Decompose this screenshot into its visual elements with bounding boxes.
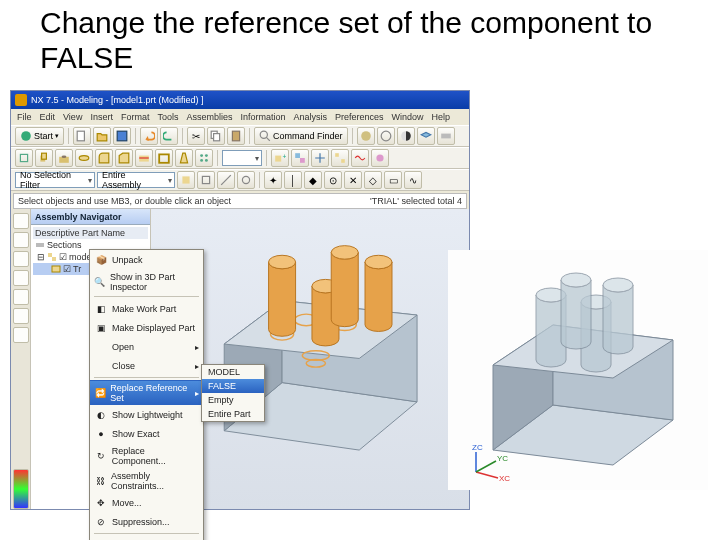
menu-preferences[interactable]: Preferences bbox=[335, 112, 384, 122]
svg-rect-27 bbox=[300, 158, 305, 163]
ctx-replace-reference-set[interactable]: 🔁Replace Reference Set▸ bbox=[90, 380, 203, 405]
expression-combo[interactable] bbox=[222, 150, 262, 166]
sketch-icon[interactable] bbox=[15, 149, 33, 167]
lightweight-icon: ◐ bbox=[94, 408, 108, 422]
menu-tools[interactable]: Tools bbox=[157, 112, 178, 122]
snap-surface-icon[interactable]: ▭ bbox=[384, 171, 402, 189]
snap-point-icon[interactable]: ✦ bbox=[264, 171, 282, 189]
snap-center-icon[interactable]: ⊙ bbox=[324, 171, 342, 189]
menu-help[interactable]: Help bbox=[432, 112, 451, 122]
draft-icon[interactable] bbox=[175, 149, 193, 167]
menu-file[interactable]: File bbox=[17, 112, 32, 122]
wireframe-icon[interactable] bbox=[377, 127, 395, 145]
revolve-icon[interactable] bbox=[75, 149, 93, 167]
ctx-make-work-part[interactable]: ◧Make Work Part bbox=[90, 299, 203, 318]
refset-empty[interactable]: Empty bbox=[202, 393, 264, 407]
ctx-open[interactable]: Open▸ bbox=[90, 337, 203, 356]
move-component-icon[interactable] bbox=[311, 149, 329, 167]
menu-format[interactable]: Format bbox=[121, 112, 150, 122]
ctx-suppression[interactable]: ⊘Suppression... bbox=[90, 512, 203, 531]
save-icon[interactable] bbox=[113, 127, 131, 145]
ctx-close[interactable]: Close▸ bbox=[90, 356, 203, 375]
shell-icon[interactable] bbox=[155, 149, 173, 167]
command-finder-button[interactable]: Command Finder bbox=[254, 127, 348, 145]
clip-icon[interactable] bbox=[437, 127, 455, 145]
menu-information[interactable]: Information bbox=[240, 112, 285, 122]
wave-icon[interactable] bbox=[351, 149, 369, 167]
selection-filter-combo[interactable]: No Selection Filter bbox=[15, 172, 95, 188]
toolbar-row-2: + bbox=[11, 147, 469, 169]
ctx-make-displayed-part[interactable]: ▣Make Displayed Part bbox=[90, 318, 203, 337]
svg-rect-5 bbox=[232, 131, 239, 141]
snap-quad-icon[interactable]: ◇ bbox=[364, 171, 382, 189]
ctx-part-inspector[interactable]: 🔍Show in 3D Part Inspector bbox=[90, 269, 203, 294]
menu-insert[interactable]: Insert bbox=[90, 112, 113, 122]
svg-point-57 bbox=[603, 278, 633, 292]
ctx-replace-component[interactable]: ↻Replace Component... bbox=[90, 443, 203, 468]
undo-icon[interactable] bbox=[140, 127, 158, 145]
new-icon[interactable] bbox=[73, 127, 91, 145]
svg-point-0 bbox=[21, 131, 31, 141]
color-bar-icon[interactable] bbox=[13, 469, 29, 509]
resource-help-icon[interactable] bbox=[13, 308, 29, 324]
assembly-filter-combo[interactable]: Entire Assembly bbox=[97, 172, 175, 188]
copy-icon[interactable] bbox=[207, 127, 225, 145]
resource-navigator-icon[interactable] bbox=[13, 213, 29, 229]
cut-icon[interactable]: ✂ bbox=[187, 127, 205, 145]
trim-icon[interactable] bbox=[135, 149, 153, 167]
svg-rect-24 bbox=[275, 156, 281, 162]
svg-point-44 bbox=[269, 255, 296, 269]
ctx-show-lightweight[interactable]: ◐Show Lightweight bbox=[90, 405, 203, 424]
menu-bar: File Edit View Insert Format Tools Assem… bbox=[11, 109, 469, 125]
unpack-icon: 📦 bbox=[94, 253, 108, 267]
blend-icon[interactable] bbox=[95, 149, 113, 167]
ctx-show-exact[interactable]: ●Show Exact bbox=[90, 424, 203, 443]
result-view: ZC XC YC bbox=[448, 250, 708, 490]
chamfer-icon[interactable] bbox=[115, 149, 133, 167]
hole-icon[interactable] bbox=[55, 149, 73, 167]
redo-icon[interactable] bbox=[160, 127, 178, 145]
refset-false[interactable]: FALSE bbox=[202, 379, 264, 393]
refset-icon: 🔁 bbox=[94, 386, 106, 400]
paste-icon[interactable] bbox=[227, 127, 245, 145]
sel-mode-1-icon[interactable] bbox=[177, 171, 195, 189]
ctx-move[interactable]: ✥Move... bbox=[90, 493, 203, 512]
sel-mode-4-icon[interactable] bbox=[237, 171, 255, 189]
snap-curve-icon[interactable]: ∿ bbox=[404, 171, 422, 189]
extrude-icon[interactable] bbox=[35, 149, 53, 167]
add-component-icon[interactable]: + bbox=[271, 149, 289, 167]
arrangement-icon[interactable] bbox=[371, 149, 389, 167]
ctx-sep-3 bbox=[94, 533, 199, 534]
shaded-icon[interactable] bbox=[357, 127, 375, 145]
resource-part-icon[interactable] bbox=[13, 232, 29, 248]
menu-analysis[interactable]: Analysis bbox=[293, 112, 327, 122]
sel-mode-3-icon[interactable] bbox=[217, 171, 235, 189]
context-menu: 📦Unpack 🔍Show in 3D Part Inspector ◧Make… bbox=[89, 249, 204, 540]
open-icon[interactable] bbox=[93, 127, 111, 145]
assembly-constraint-icon[interactable] bbox=[291, 149, 309, 167]
svg-rect-10 bbox=[441, 134, 451, 139]
snap-intersect-icon[interactable]: ✕ bbox=[344, 171, 362, 189]
refset-entire-part[interactable]: Entire Part bbox=[202, 407, 264, 421]
start-button[interactable]: Start ▾ bbox=[15, 127, 64, 145]
exploded-icon[interactable] bbox=[331, 149, 349, 167]
ctx-hide[interactable]: 👁Hide bbox=[90, 536, 203, 540]
resource-history-icon[interactable] bbox=[13, 251, 29, 267]
pattern-icon[interactable] bbox=[195, 149, 213, 167]
resource-browser-icon[interactable] bbox=[13, 270, 29, 286]
snap-mid-icon[interactable]: │ bbox=[284, 171, 302, 189]
menu-edit[interactable]: Edit bbox=[40, 112, 56, 122]
resource-system-icon[interactable] bbox=[13, 327, 29, 343]
refset-model[interactable]: MODEL bbox=[202, 365, 264, 379]
resource-roles-icon[interactable] bbox=[13, 289, 29, 305]
menu-view[interactable]: View bbox=[63, 112, 82, 122]
layer-icon[interactable] bbox=[417, 127, 435, 145]
window-title: NX 7.5 - Modeling - [model1.prt (Modifie… bbox=[31, 95, 204, 105]
ctx-unpack[interactable]: 📦Unpack bbox=[90, 250, 203, 269]
sel-mode-2-icon[interactable] bbox=[197, 171, 215, 189]
render-style-icon[interactable] bbox=[397, 127, 415, 145]
ctx-assembly-constraints[interactable]: ⛓Assembly Constraints... bbox=[90, 468, 203, 493]
menu-assemblies[interactable]: Assemblies bbox=[186, 112, 232, 122]
snap-end-icon[interactable]: ◆ bbox=[304, 171, 322, 189]
menu-window[interactable]: Window bbox=[392, 112, 424, 122]
